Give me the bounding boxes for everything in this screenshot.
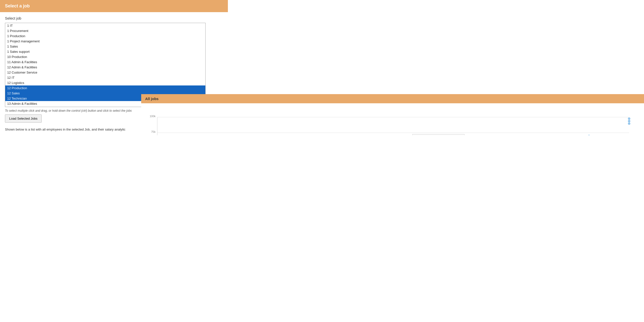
job-list-item[interactable]: 1 Sales support (5, 49, 205, 54)
section-label: Select job (5, 16, 223, 20)
job-list-item[interactable]: 10 Production (5, 54, 205, 60)
job-list-item[interactable]: 1 IT (5, 23, 205, 28)
job-list-item[interactable]: 12 Customer Service (5, 70, 205, 75)
job-list-item[interactable]: 12 Production (5, 86, 205, 91)
job-list-item[interactable]: 1 Sales (5, 44, 205, 49)
right-panel: All jobs Average 0 25k 50k 75k 100k (141, 94, 644, 135)
page-header: Select a job (0, 0, 228, 12)
scatter-dot (628, 122, 630, 125)
chart-title: All jobs (145, 96, 158, 101)
page-title: Select a job (5, 4, 30, 8)
job-list-item[interactable]: 1 Project management (5, 39, 205, 44)
svg-text:75k: 75k (151, 130, 156, 133)
job-list-item[interactable]: 11 Admin & Facilities (5, 60, 205, 65)
job-list-item[interactable]: 12 Logistics (5, 80, 205, 86)
scatter-dot (628, 118, 630, 120)
scatter-dot (628, 120, 630, 122)
svg-text:100k: 100k (150, 115, 156, 118)
chart-area: Average 0 25k 50k 75k 100k 9 10 11 12 (141, 103, 644, 135)
chart-header: All jobs (141, 94, 644, 103)
job-list-item[interactable]: 12 IT (5, 75, 205, 80)
scatter-chart: Average 0 25k 50k 75k 100k 9 10 11 12 (144, 106, 634, 135)
load-selected-jobs-button[interactable]: Load Selected Jobs (5, 114, 42, 122)
job-list-item[interactable]: 1 Production (5, 34, 205, 39)
tooltip-box (412, 134, 464, 135)
job-list-item[interactable]: 1 Procurement (5, 28, 205, 34)
job-list-item[interactable]: 12 Admin & Facilities (5, 65, 205, 70)
scatter-dot (588, 135, 590, 135)
